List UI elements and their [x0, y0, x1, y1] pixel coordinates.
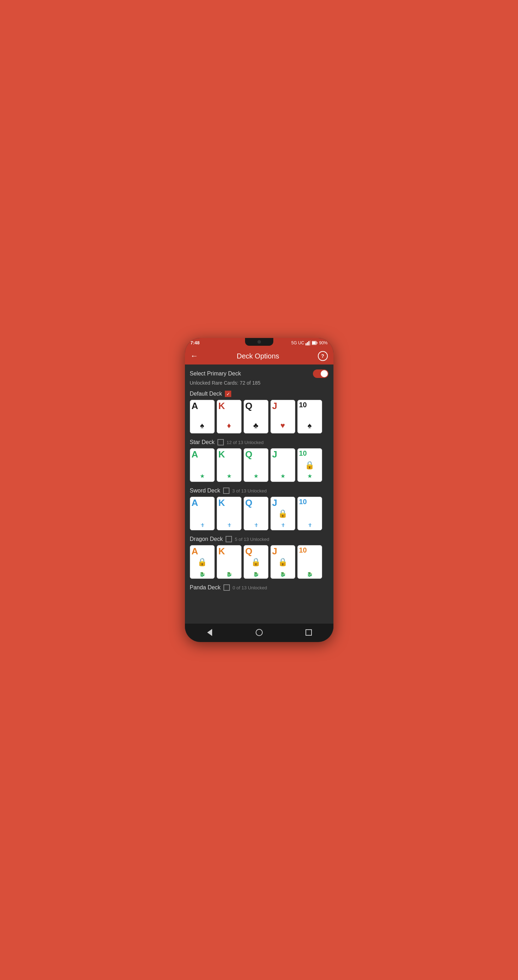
- deck-header-dragon: Dragon Deck 5 of 13 Unlocked: [190, 536, 328, 542]
- unlocked-rare-cards-text: Unlocked Rare Cards: 72 of 185: [190, 380, 328, 386]
- deck-header-default: Default Deck ✓: [190, 391, 328, 397]
- unlock-count-star: 12 of 13 Unlocked: [226, 440, 264, 445]
- bottom-nav: [185, 624, 333, 642]
- deck-header-sword: Sword Deck 3 of 13 Unlocked: [190, 487, 328, 494]
- back-button[interactable]: ←: [191, 352, 198, 361]
- deck-checkbox-panda[interactable]: [223, 584, 230, 591]
- unlock-count-sword: 3 of 13 Unlocked: [232, 488, 267, 493]
- recents-nav-icon: [306, 629, 312, 636]
- deck-checkbox-sword[interactable]: [223, 487, 230, 494]
- unlock-count-panda: 0 of 13 Unlocked: [233, 585, 267, 590]
- card-star-J[interactable]: J ★: [271, 448, 295, 482]
- svg-rect-3: [310, 340, 311, 345]
- select-primary-deck-label: Select Primary Deck: [190, 371, 241, 377]
- deck-name-default: Default Deck: [190, 391, 222, 397]
- card-star-10[interactable]: 10 ★ 🔒: [297, 448, 322, 482]
- deck-name-sword: Sword Deck: [190, 487, 220, 494]
- deck-section-panda: Panda Deck 0 of 13 Unlocked: [190, 584, 328, 591]
- status-time: 7:48: [191, 340, 200, 345]
- deck-section-star: Star Deck 12 of 13 Unlocked A ★ K ★ Q ★: [190, 439, 328, 482]
- card-dragon-10[interactable]: 10 🐉: [297, 545, 322, 579]
- card-default-K[interactable]: K ♦: [217, 400, 242, 433]
- deck-section-dragon: Dragon Deck 5 of 13 Unlocked A 🐉 🔒 K 🐉 Q…: [190, 536, 328, 579]
- lock-icon-dragon-J: 🔒: [278, 557, 287, 567]
- home-nav-icon: [256, 629, 263, 636]
- card-star-A[interactable]: A ★: [190, 448, 215, 482]
- card-default-A[interactable]: A ♠: [190, 400, 215, 433]
- card-dragon-A[interactable]: A 🐉 🔒: [190, 545, 215, 579]
- primary-deck-toggle-row: Select Primary Deck: [190, 369, 328, 378]
- cards-row-dragon: A 🐉 🔒 K 🐉 Q 🐉 🔒 J 🐉 🔒: [190, 545, 328, 579]
- back-nav-button[interactable]: [204, 627, 215, 638]
- app-title: Deck Options: [237, 352, 279, 360]
- camera-dot: [257, 340, 261, 344]
- deck-header-panda: Panda Deck 0 of 13 Unlocked: [190, 584, 328, 591]
- svg-rect-6: [312, 342, 316, 344]
- status-right: 5G UC 90%: [292, 340, 328, 345]
- cards-row-star: A ★ K ★ Q ★ J ★ 10 ★ 🔒: [190, 448, 328, 482]
- primary-deck-toggle[interactable]: [313, 369, 328, 378]
- battery-icon: [312, 341, 317, 345]
- content-area: Select Primary Deck Unlocked Rare Cards:…: [185, 364, 333, 624]
- card-sword-K[interactable]: K 🗡: [217, 497, 242, 530]
- recents-nav-button[interactable]: [303, 627, 314, 638]
- lock-icon-dragon-Q: 🔒: [251, 557, 261, 567]
- card-sword-A[interactable]: A 🗡: [190, 497, 215, 530]
- card-star-K[interactable]: K ★: [217, 448, 242, 482]
- svg-rect-0: [306, 343, 306, 345]
- deck-section-default: Default Deck ✓ A ♠ K ♦ Q ♣: [190, 391, 328, 433]
- signal-text: 5G UC: [292, 340, 304, 345]
- lock-icon-sword-J: 🔒: [278, 509, 287, 518]
- help-button[interactable]: ?: [318, 351, 328, 361]
- deck-checkbox-default[interactable]: ✓: [225, 391, 231, 397]
- card-star-Q[interactable]: Q ★: [244, 448, 268, 482]
- card-dragon-Q[interactable]: Q 🐉 🔒: [244, 545, 268, 579]
- deck-section-sword: Sword Deck 3 of 13 Unlocked A 🗡 K 🗡 Q 🗡: [190, 487, 328, 530]
- svg-rect-2: [308, 341, 309, 345]
- deck-header-star: Star Deck 12 of 13 Unlocked: [190, 439, 328, 445]
- deck-name-star: Star Deck: [190, 439, 215, 445]
- cards-row-sword: A 🗡 K 🗡 Q 🗡 J 🗡 🔒 10 🗡: [190, 497, 328, 530]
- svg-rect-5: [317, 342, 317, 344]
- deck-name-panda: Panda Deck: [190, 584, 221, 591]
- card-sword-Q[interactable]: Q 🗡: [244, 497, 268, 530]
- card-default-J[interactable]: J ♥: [271, 400, 295, 433]
- app-bar: ← Deck Options ?: [185, 347, 333, 364]
- card-dragon-K[interactable]: K 🐉: [217, 545, 242, 579]
- home-nav-button[interactable]: [254, 627, 265, 638]
- phone-frame: 7:48 5G UC 90% ← Deck Options ? S: [185, 338, 333, 642]
- toggle-knob: [321, 370, 328, 377]
- battery-text: 90%: [319, 340, 327, 345]
- card-default-10[interactable]: 10 ♠: [297, 400, 322, 433]
- lock-icon-star-10: 🔒: [305, 461, 314, 470]
- cards-row-default: A ♠ K ♦ Q ♣ J ♥: [190, 400, 328, 433]
- deck-checkbox-dragon[interactable]: [226, 536, 232, 542]
- card-dragon-J[interactable]: J 🐉 🔒: [271, 545, 295, 579]
- deck-name-dragon: Dragon Deck: [190, 536, 223, 542]
- lock-icon-dragon-A: 🔒: [197, 557, 207, 567]
- unlock-count-dragon: 5 of 13 Unlocked: [235, 537, 269, 542]
- card-sword-10[interactable]: 10 🗡: [297, 497, 322, 530]
- card-sword-J[interactable]: J 🗡 🔒: [271, 497, 295, 530]
- card-default-Q[interactable]: Q ♣: [244, 400, 268, 433]
- deck-checkbox-star[interactable]: [217, 439, 224, 445]
- svg-rect-1: [307, 342, 308, 345]
- signal-icon: [306, 340, 311, 345]
- back-nav-icon: [207, 629, 212, 636]
